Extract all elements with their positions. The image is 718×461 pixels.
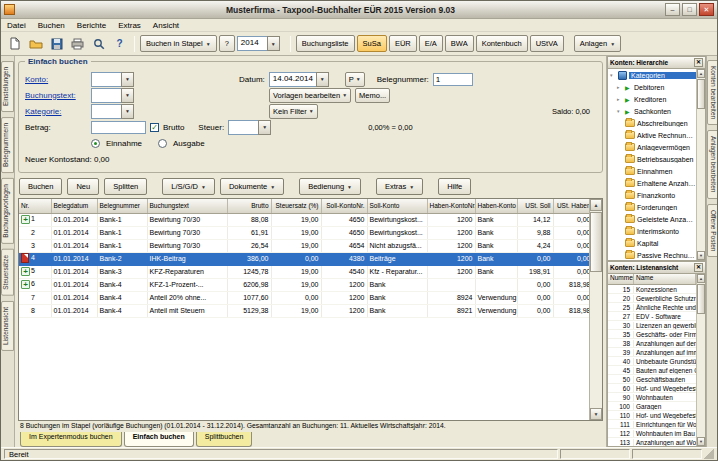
scroll-down-arrow[interactable]: ▼ (697, 251, 705, 260)
scroll-up-arrow[interactable]: ▲ (697, 69, 705, 78)
chevron-down-icon[interactable]: ▼ (121, 88, 134, 103)
help-icon[interactable]: ? (110, 34, 129, 53)
col-header-brutto[interactable]: Brutto (227, 199, 271, 213)
tab-belegnummern[interactable]: Belegnummern (1, 117, 14, 173)
tab-listenansicht[interactable]: Listenansicht (1, 301, 14, 351)
buchungstext-label[interactable]: Buchungstext: (25, 91, 87, 100)
table-row[interactable]: 7 01.01.2014 Bank-4 Anteil 20% ohne... 1… (19, 291, 589, 304)
report-euer-button[interactable]: EÜR (389, 35, 417, 52)
save-icon[interactable] (47, 34, 66, 53)
expander-icon[interactable]: ▸ (617, 84, 623, 90)
buchen-button[interactable]: Buchen (19, 178, 62, 195)
lsgd-button[interactable]: L/S/G/D▼ (162, 178, 215, 195)
tab-steuersaetze[interactable]: Steuersätze (1, 249, 14, 296)
memo-button[interactable]: Memo... (355, 88, 390, 103)
col-header-ust-haben[interactable]: USt. Haben (553, 199, 589, 213)
new-document-icon[interactable] (5, 34, 24, 53)
maximize-button[interactable]: □ (682, 3, 697, 16)
minimize-button[interactable]: – (665, 3, 680, 16)
col-header-soll-konto[interactable]: Soll-Konto (367, 199, 427, 213)
tree-folder[interactable]: Finanzkonto (608, 189, 696, 201)
list-item[interactable]: 60Hof- und Wegebefestigungen (608, 384, 696, 393)
list-item[interactable]: 39Anzahlungen auf immaterielle Vermögens… (608, 348, 696, 357)
col-header-belegdatum[interactable]: Belegdatum (51, 199, 97, 213)
col-header-ust-soll[interactable]: USt. Soll (517, 199, 553, 213)
col-header-nr[interactable]: Nr. (19, 199, 51, 213)
kategorie-label[interactable]: Kategorie: (25, 107, 87, 116)
tree-folder[interactable]: Erhaltene Anzahlungen (608, 177, 696, 189)
tab-einfach-buchen[interactable]: Einfach buchen (124, 432, 194, 447)
hilfe-button[interactable]: Hilfe (438, 178, 471, 195)
tree-folder[interactable]: Aktive Rechnungsabgrenzung (608, 129, 696, 141)
menu-berichte[interactable]: Berichte (77, 21, 106, 30)
close-icon[interactable]: ✕ (694, 58, 703, 67)
scroll-up-arrow[interactable]: ▲ (590, 199, 602, 211)
list-scrollbar[interactable]: ▲ ▼ (696, 274, 705, 446)
report-bwa-button[interactable]: BWA (445, 35, 474, 52)
tab-offene-posten[interactable]: Offene Posten (707, 204, 718, 257)
tab-konten-bearbeiten[interactable]: Konten bearbeiten (707, 60, 718, 125)
tab-buchungsvorlagen[interactable]: Buchungsvorlagen (1, 178, 14, 244)
belegnummer-input[interactable] (433, 73, 473, 86)
scroll-down-arrow[interactable]: ▼ (697, 437, 705, 446)
list-item[interactable]: 110Hof- und Wegebefestigungen (608, 411, 696, 420)
buchungstext-combobox[interactable]: ▼ (91, 88, 259, 103)
tree-scrollbar[interactable]: ▲ ▼ (696, 69, 705, 260)
col-header-nummer[interactable]: Nummer (608, 274, 634, 284)
menu-buchen[interactable]: Buchen (38, 21, 65, 30)
tree-folder[interactable]: Interimskonto (608, 225, 696, 237)
konto-combobox[interactable]: ▼ (91, 72, 221, 87)
expander-icon[interactable]: ▾ (610, 72, 616, 78)
tree-node-debitoren[interactable]: ▸ ▶ Debitoren (608, 81, 696, 93)
report-ustva-button[interactable]: UStVA (530, 35, 564, 52)
ausgabe-radio[interactable] (158, 139, 167, 148)
tab-splittbuchen[interactable]: Splittbuchen (196, 432, 253, 447)
list-item[interactable]: 38Anzahlungen auf den Firmenwert (608, 339, 696, 348)
list-item[interactable]: 45Bauten auf eigenen Grundstücken (608, 366, 696, 375)
neu-button[interactable]: Neu (67, 178, 99, 195)
splitten-button[interactable]: Splitten (104, 178, 147, 195)
scroll-up-arrow[interactable]: ▲ (697, 274, 705, 283)
tab-anlagen-bearbeiten[interactable]: Anlagen bearbeiten (707, 130, 718, 198)
tab-einstellungen[interactable]: Einstellungen (1, 61, 14, 112)
konto-label[interactable]: Konto: (25, 75, 87, 84)
tree-folder[interactable]: Kapital (608, 237, 696, 249)
datum-combobox[interactable]: 14.04.2014▼ (269, 72, 341, 87)
chevron-down-icon[interactable]: ▼ (267, 36, 280, 51)
year-combobox[interactable]: 2014 ▼ (237, 36, 285, 51)
menu-ansicht[interactable]: Ansicht (153, 21, 179, 30)
report-kontenbuch-button[interactable]: Kontenbuch (476, 35, 528, 52)
list-item[interactable]: 112Wohnbauten im Bau (608, 429, 696, 438)
list-item[interactable]: 15Konzessionen (608, 285, 696, 294)
tree-folder[interactable]: Passive Rechnungsabgrenzung (608, 249, 696, 260)
table-row-selected[interactable]: 4 01.01.2014 Bank-2 IHK-Beitrag 386,00 0… (19, 252, 589, 265)
vorlagen-bearbeiten-button[interactable]: Vorlagen bearbeiten▼ (269, 88, 351, 103)
kein-filter-button[interactable]: Kein Filter▼ (269, 104, 318, 119)
report-ea-button[interactable]: E/A (419, 35, 443, 52)
tab-expertenmodus[interactable]: Im Expertenmodus buchen (20, 432, 122, 447)
col-header-haben-kontonr[interactable]: Haben-KontoNr. (427, 199, 475, 213)
scroll-down-arrow[interactable]: ▼ (590, 408, 602, 420)
col-header-haben-konto[interactable]: Haben-Konto (475, 199, 517, 213)
open-folder-icon[interactable] (26, 34, 45, 53)
list-item[interactable]: 25Ähnliche Rechte und Werte (608, 303, 696, 312)
resize-grip[interactable] (704, 449, 714, 459)
chevron-down-icon[interactable]: ▼ (121, 72, 134, 87)
anlagen-button[interactable]: Anlagen▼ (574, 35, 621, 52)
table-row[interactable]: 5 01.01.2014 Bank-3 KFZ-Reparaturen 1245… (19, 265, 589, 278)
betrag-input[interactable] (91, 121, 146, 134)
list-item[interactable]: 35Geschäfts- oder Firmenwert (608, 330, 696, 339)
list-item[interactable]: 30Lizenzen an gewerblichen Schutzrechten (608, 321, 696, 330)
col-header-buchungstext[interactable]: Buchungstext (147, 199, 227, 213)
table-row[interactable]: 1 01.01.2014 Bank-1 Bewirtung 70/30 88,0… (19, 213, 589, 226)
dokumente-button[interactable]: Dokumente▼ (220, 178, 284, 195)
scrollbar-thumb[interactable] (590, 212, 602, 272)
close-icon[interactable]: ✕ (694, 263, 703, 272)
scrollbar-thumb[interactable] (697, 284, 705, 314)
table-row[interactable]: 3 01.01.2014 Bank-1 Bewirtung 70/30 26,5… (19, 239, 589, 252)
extras-button[interactable]: Extras▼ (376, 178, 423, 195)
col-header-soll-kontonr[interactable]: Soll-KontoNr. (321, 199, 367, 213)
chevron-down-icon[interactable]: ▼ (316, 72, 329, 87)
chevron-down-icon[interactable]: ▼ (121, 104, 134, 119)
tree-folder[interactable]: Betriebsausgaben (608, 153, 696, 165)
